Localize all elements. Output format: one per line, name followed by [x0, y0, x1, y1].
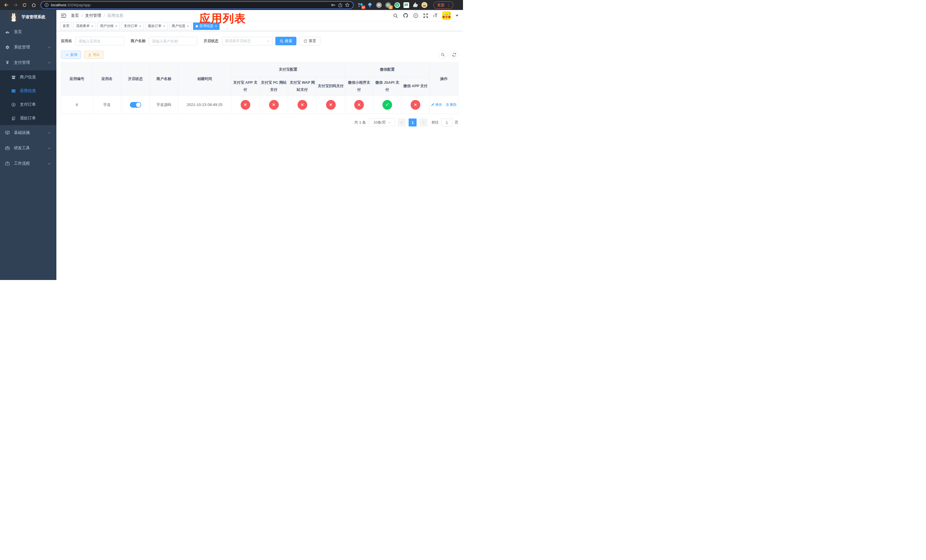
forward-icon[interactable]: [11, 1, 20, 9]
sidebar-item-dev-tools[interactable]: 研发工具: [0, 141, 56, 156]
edit-pen-icon: [431, 103, 434, 106]
sidebar-collapse-icon[interactable]: [61, 14, 67, 18]
tab-refund-orders[interactable]: 退款订单×: [145, 23, 168, 30]
home-icon[interactable]: [30, 1, 38, 9]
share-icon[interactable]: [338, 3, 342, 8]
close-icon[interactable]: ×: [139, 24, 141, 28]
chevron-down-icon: [48, 45, 51, 48]
tab-app-info[interactable]: 应用信息×: [193, 23, 219, 30]
delete-link[interactable]: 删除: [446, 102, 457, 107]
extension-badge: 10: [362, 5, 365, 9]
alipay-pc-status-icon: ×: [269, 100, 279, 110]
sidebar-item-merchant-info[interactable]: 商户信息: [0, 70, 56, 84]
tab-home[interactable]: 首页: [60, 23, 72, 30]
add-button[interactable]: ＋ 新增: [61, 51, 81, 59]
close-icon[interactable]: ×: [215, 24, 217, 28]
table-toolbar: ＋ 新增 导出: [61, 50, 458, 59]
sidebar-item-label: 支付订单: [20, 102, 36, 107]
sidebar-item-label: 研发工具: [14, 145, 30, 151]
next-page-button[interactable]: [419, 118, 427, 127]
tab-user-group[interactable]: 用户分组×: [97, 23, 120, 30]
emoji-face-icon: [421, 2, 427, 8]
close-icon[interactable]: ×: [115, 24, 117, 28]
extension-icon-2[interactable]: [367, 2, 373, 8]
search-icon[interactable]: [393, 13, 398, 18]
cell-status: [121, 96, 150, 114]
github-icon[interactable]: [403, 13, 409, 18]
col-wx-jsapi: 微信 JSAPI 支付: [373, 77, 401, 96]
edit-link[interactable]: 修改: [431, 102, 442, 107]
help-icon[interactable]: ?: [413, 13, 418, 18]
close-icon[interactable]: ×: [163, 24, 165, 28]
sidebar-item-label: 退款订单: [20, 116, 36, 121]
avatar-menu-caret-icon[interactable]: [455, 15, 458, 17]
close-icon[interactable]: ×: [91, 24, 94, 28]
sidebar-item-app-info[interactable]: 应用信息: [0, 84, 56, 98]
extension-icon-4[interactable]: 1: [385, 2, 391, 8]
extension-icon-5[interactable]: y: [394, 2, 400, 8]
address-bar[interactable]: localhost:1024/pay/app: [41, 1, 354, 9]
command-icon: ⌘: [376, 2, 382, 8]
browser-update-button[interactable]: 更新 ⋮: [433, 2, 453, 9]
svg-text:¥: ¥: [13, 103, 14, 106]
extension-icon-3[interactable]: ⌘: [376, 2, 382, 8]
extensions-puzzle-icon[interactable]: [412, 2, 418, 8]
app-name-input[interactable]: [76, 37, 124, 45]
sidebar-item-workflow[interactable]: 工作流程: [0, 156, 56, 171]
enabled-toggle[interactable]: [130, 102, 141, 107]
export-button[interactable]: 导出: [84, 51, 104, 59]
app-title: 芋道管理系统: [21, 15, 45, 20]
app-logo[interactable]: 芋道管理系统: [0, 10, 56, 24]
col-alipay-app: 支付宝 APP 支付: [231, 77, 260, 96]
sidebar-item-label: 应用信息: [20, 88, 36, 94]
close-icon[interactable]: ×: [187, 24, 189, 28]
tab-process-form[interactable]: 流程表单×: [73, 23, 96, 30]
back-icon[interactable]: [2, 1, 10, 9]
url-text: localhost:1024/pay/app: [51, 3, 91, 7]
page-1-button[interactable]: 1: [409, 118, 416, 127]
search-icon: [280, 39, 283, 43]
bookmark-star-icon[interactable]: [345, 3, 350, 8]
profile-emoji-icon[interactable]: [421, 2, 427, 8]
fullscreen-icon[interactable]: [423, 13, 428, 18]
dashboard-icon: [5, 30, 10, 34]
extension-badge: 1: [389, 5, 393, 9]
tags-view: 首页 流程表单× 用户分组× 支付订单× 退款订单× 商户信息× 应用信息×: [56, 21, 463, 31]
refresh-table-button[interactable]: [450, 50, 458, 59]
extension-icon-1[interactable]: 10: [358, 2, 364, 8]
cell-created: 2021-10-23 08:49:25: [178, 96, 231, 114]
prev-page-button[interactable]: [398, 118, 406, 127]
payment-submenu: 商户信息 应用信息 ¥ 支付订单 退款订单: [0, 70, 56, 125]
sidebar-item-pay-orders[interactable]: ¥ 支付订单: [0, 98, 56, 111]
site-info-icon[interactable]: [44, 3, 49, 7]
status-label: 开启状态: [204, 38, 218, 44]
merchant-name-input[interactable]: [149, 37, 197, 45]
browser-window: localhost:1024/pay/app 10 ⌘: [0, 0, 463, 280]
show-search-button[interactable]: [439, 50, 447, 59]
tab-merchant-info[interactable]: 商户信息×: [169, 23, 192, 30]
status-select[interactable]: 请选择开启状态: [222, 37, 272, 45]
goto-suffix: 页: [455, 120, 458, 125]
sidebar-item-infrastructure[interactable]: 基础设施: [0, 125, 56, 141]
sidebar-item-refund-orders[interactable]: 退款订单: [0, 111, 56, 125]
reload-icon[interactable]: [21, 1, 29, 9]
browser-menu-icon[interactable]: ⋮: [447, 3, 451, 8]
sidebar-item-system[interactable]: 系统管理: [0, 39, 56, 55]
font-size-icon[interactable]: тT: [433, 14, 437, 18]
tab-pay-orders[interactable]: 支付订单×: [121, 23, 144, 30]
password-key-icon[interactable]: [331, 3, 336, 8]
goto-page-input[interactable]: [441, 118, 452, 127]
sidebar-item-label: 商户信息: [20, 75, 36, 80]
extension-icon-6[interactable]: [403, 2, 409, 8]
reset-button[interactable]: 重置: [299, 37, 320, 45]
col-wx-app: 微信 APP 支付: [401, 77, 430, 96]
breadcrumb-payment[interactable]: 支付管理: [85, 13, 101, 18]
page-size-select[interactable]: 10条/页: [369, 118, 395, 127]
sidebar-item-payment[interactable]: ¥ 支付管理: [0, 55, 56, 70]
sidebar-item-home[interactable]: 首页: [0, 24, 56, 39]
col-app-id: 应用编号: [61, 63, 93, 96]
breadcrumb-home[interactable]: 首页: [71, 13, 79, 18]
breadcrumb: 首页 / 支付管理 / 应用信息: [71, 13, 123, 18]
user-avatar[interactable]: [442, 11, 451, 20]
search-button[interactable]: 搜索: [275, 37, 297, 45]
